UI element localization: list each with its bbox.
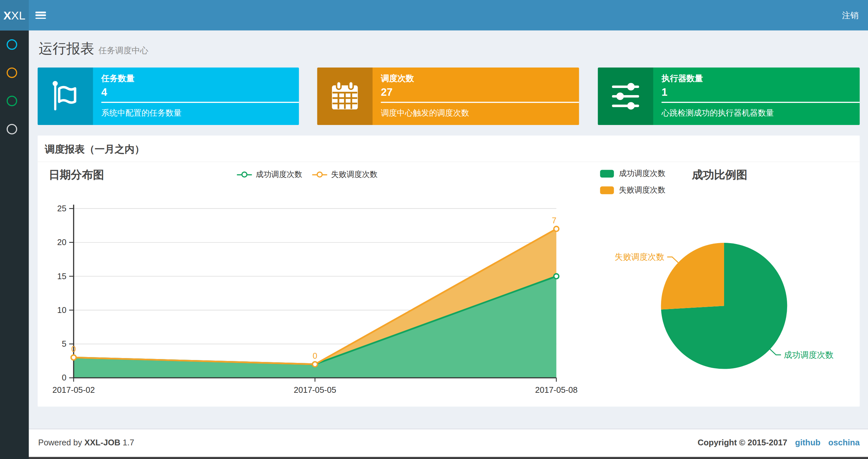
legend-item-success[interactable]: 成功调度次数 <box>237 170 302 180</box>
stat-box-jobs: 任务数量 4 系统中配置的任务数量 <box>38 67 299 125</box>
page-title: 运行报表 <box>39 40 94 56</box>
line-chart-title: 日期分布图 <box>49 167 104 183</box>
sidebar <box>0 31 29 459</box>
pie-legend-label-success: 成功调度次数 <box>619 169 665 179</box>
stat-box-triggers-value: 27 <box>381 86 393 98</box>
sliders-icon <box>610 81 641 112</box>
pie-legend: 成功调度次数 失败调度次数 <box>600 169 665 202</box>
svg-text:5: 5 <box>62 339 66 348</box>
svg-text:2017-05-02: 2017-05-02 <box>52 385 95 394</box>
svg-text:0: 0 <box>313 351 317 360</box>
legend-swatch-success <box>600 170 614 177</box>
line-circle-legend-icon <box>237 171 252 178</box>
stat-box-executors-desc: 心跳检测成功的执行器机器数量 <box>661 108 774 118</box>
svg-text:成功调度次数: 成功调度次数 <box>784 350 834 359</box>
svg-text:7: 7 <box>552 216 556 225</box>
stat-box-triggers-label: 调度次数 <box>381 74 414 84</box>
stat-box-executors-iconpane <box>598 67 653 125</box>
stat-box-triggers-desc: 调度中心触发的调度次数 <box>381 108 469 118</box>
stat-box-jobs-label: 任务数量 <box>101 74 134 84</box>
page-header: 运行报表任务调度中心 <box>39 39 148 58</box>
date-distribution-chart: 05101520252017-05-022017-05-052017-05-08… <box>44 199 570 392</box>
logo-text-bold: X <box>3 8 11 22</box>
main-content: 运行报表任务调度中心 任务数量 4 系统中配置的任务数量 <box>29 31 868 429</box>
stat-box-divider <box>661 102 860 103</box>
stat-box-jobs-iconpane <box>38 67 93 125</box>
line-chart-legend: 成功调度次数 失败调度次数 <box>237 170 377 180</box>
powered-prefix: Powered by <box>38 437 82 447</box>
page-subtitle: 任务调度中心 <box>98 45 148 55</box>
app-root: XXL 注销 运行报表任务调度中心 任务数量 4 系统中配置的任务数量 <box>0 0 868 459</box>
github-link[interactable]: github <box>795 437 820 447</box>
line-circle-legend-icon <box>312 171 327 178</box>
flag-icon <box>50 80 81 112</box>
svg-text:20: 20 <box>57 238 66 247</box>
calendar-icon <box>330 81 360 112</box>
stat-box-jobs-desc: 系统中配置的任务数量 <box>101 108 182 118</box>
svg-text:0: 0 <box>62 373 66 382</box>
pie-chart-title: 成功比例图 <box>692 167 747 183</box>
report-panel: 调度报表（一月之内） 日期分布图 成功调度次数 失败调度次数 051015202… <box>38 135 860 406</box>
legend-swatch-fail <box>600 186 614 194</box>
stat-box-triggers-iconpane <box>317 67 372 125</box>
copyright-label: Copyright © 2015-2017 <box>698 437 787 447</box>
report-panel-title: 调度报表（一月之内） <box>45 135 145 161</box>
panel-divider <box>38 162 860 162</box>
product-name: XXL-JOB <box>85 437 121 447</box>
svg-text:失败调度次数: 失败调度次数 <box>615 252 664 261</box>
stat-box-jobs-value: 4 <box>101 86 107 98</box>
legend-label-fail: 失败调度次数 <box>331 170 377 180</box>
stat-box-executors-label: 执行器数量 <box>661 74 703 84</box>
stat-box-divider <box>381 102 579 103</box>
main-footer: Powered by XXL-JOB 1.7 Copyright © 2015-… <box>29 429 868 458</box>
menu-dot-green[interactable] <box>6 96 17 106</box>
screen-bottom-edge <box>0 457 868 459</box>
menu-dot-white[interactable] <box>6 124 17 134</box>
logout-link[interactable]: 注销 <box>842 0 859 31</box>
svg-text:2017-05-08: 2017-05-08 <box>535 385 578 394</box>
stat-box-triggers: 调度次数 27 调度中心触发的调度次数 <box>317 67 579 125</box>
powered-by-text: Powered by XXL-JOB 1.7 <box>38 429 134 456</box>
stat-box-executors-value: 1 <box>661 86 667 98</box>
svg-text:25: 25 <box>57 204 66 213</box>
menu-dot-orange[interactable] <box>6 67 17 78</box>
legend-label-success: 成功调度次数 <box>256 170 302 180</box>
pie-legend-item-fail[interactable]: 失败调度次数 <box>600 185 665 195</box>
legend-item-fail[interactable]: 失败调度次数 <box>312 170 377 180</box>
product-version: 1.7 <box>123 437 134 447</box>
app-logo[interactable]: XXL <box>0 0 29 31</box>
top-navbar: XXL 注销 <box>0 0 868 31</box>
oschina-link[interactable]: oschina <box>828 437 860 447</box>
copyright-text: Copyright © 2015-2017 github oschina <box>698 429 860 456</box>
stat-box-executors: 执行器数量 1 心跳检测成功的执行器机器数量 <box>598 67 860 125</box>
logo-text: XL <box>11 8 25 22</box>
menu-dot-aqua[interactable] <box>6 39 17 50</box>
svg-text:0: 0 <box>71 345 76 354</box>
pie-legend-label-fail: 失败调度次数 <box>619 185 665 195</box>
pie-legend-item-success[interactable]: 成功调度次数 <box>600 169 665 179</box>
stat-box-divider <box>101 102 299 103</box>
svg-text:10: 10 <box>57 305 66 315</box>
svg-text:15: 15 <box>57 272 66 281</box>
success-ratio-pie-chart: 成功调度次数失败调度次数 <box>598 221 858 382</box>
sidebar-toggle-icon[interactable] <box>35 12 46 21</box>
svg-text:2017-05-05: 2017-05-05 <box>294 385 336 394</box>
